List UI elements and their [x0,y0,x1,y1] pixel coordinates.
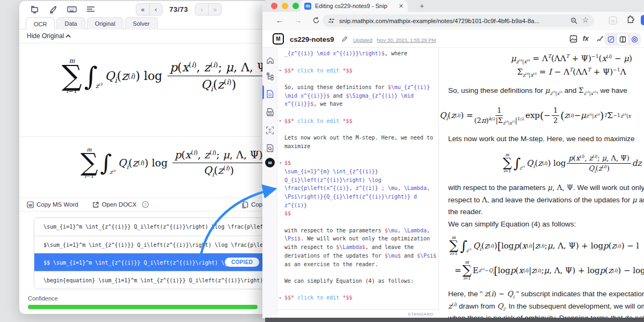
source-line[interactable] [277,150,438,159]
latex-format-row[interactable]: \sum_{i=1}^m \int_{z^{(i)}} Q_i\left(z^{… [34,218,272,236]
maximize-window-button[interactable] [292,3,299,9]
svg-text:?: ? [144,202,147,207]
source-code: maximize [284,143,310,149]
profile-avatar[interactable] [641,15,644,25]
source-code: x^{(i)}}$, we have [284,101,342,107]
source-line[interactable]: \sum_{i=1}^{m} \int_{z^{(i)}} [277,167,438,176]
fold-marker-icon[interactable]: ▸ [277,68,284,72]
lines-icon[interactable] [86,4,96,14]
sidebar-sigma-snip-icon[interactable]: Σ [265,126,275,135]
source-line[interactable]: _{z^{(i)} \mid x^{(i)}}\right)$, where [277,49,438,58]
latex-format-row[interactable]: \begin{equation} \sum_{i=1}^m \int_{z^{(… [34,271,272,289]
source-line[interactable]: maximize [277,142,438,151]
source-line[interactable]: ▸$$* click to edit *$$ [277,66,438,75]
source-line[interactable] [277,75,438,83]
insert-equation-icon[interactable]: fx [583,35,589,42]
sidebar-doc-search-icon[interactable] [265,143,275,153]
forward-button[interactable]: → [294,16,302,25]
source-code: Q_{i}\left(z^{(i)}\right) \log [284,177,382,183]
source-line[interactable]: ▾$$ [277,159,438,167]
browser-window: m Editing cs229-notes9 - Snip ✕ + ← → sn… [262,0,644,318]
url-text: snip.mathpix.com/mathpix-example/notes/4… [339,18,566,24]
keyboard-icon[interactable] [67,4,77,14]
markdown-source-pane[interactable]: _{z^{(i)} \mid x^{(i)}}\right)$, where▸$… [277,48,439,318]
source-code: with respect to the parameters $\mu, \La… [284,228,430,233]
tab-original[interactable]: Original [87,17,123,30]
minimize-window-button[interactable] [282,3,288,9]
user-avatar[interactable]: M [265,158,275,167]
browser-tab[interactable]: m Editing cs229-notes9 - Snip ✕ [300,0,408,12]
split-view-button[interactable] [617,33,628,45]
next-page-button[interactable]: › [195,4,208,15]
zoom-icon[interactable] [570,17,577,24]
preview-mode-button[interactable] [628,33,640,45]
sidebar-home-icon[interactable] [265,55,275,65]
source-line[interactable]: \mid x^{(i)}}$ and $\Sigma_{z^{(i)} \mid [277,91,438,100]
page-nav-back-group: « ‹ [136,3,163,16]
tab-solver[interactable]: Solver [125,17,158,30]
latex-format-list: \sum_{i=1}^m \int_{z^{(i)}} Q_i\left(z^{… [34,217,272,289]
source-line[interactable]: \frac{p\left(x^{(i)}, z^{(i)} ; \mu, \La… [277,184,438,193]
reload-button[interactable] [312,17,320,24]
source-line[interactable]: Lets now work out the M-step. Here, we n… [277,134,438,142]
tab-data[interactable]: Data [56,17,85,30]
copy-ms-word-button[interactable]: W Copy MS Word [27,201,78,208]
source-line[interactable]: with respect to the parameters $\mu, \La… [277,226,438,235]
insert-image-icon[interactable] [569,35,577,43]
prev-page-button[interactable]: ‹ [149,4,162,15]
screenshot-icon[interactable] [30,4,39,14]
sidebar-pdf-icon[interactable]: PDF [265,107,275,117]
last-page-button[interactable]: » [208,4,221,15]
tab-close-icon[interactable]: ✕ [399,3,404,10]
edit-mode-button[interactable] [605,33,617,45]
source-line[interactable] [277,108,438,117]
source-line[interactable]: Q_{i}\left(z^{(i)}\right) \log [277,175,438,184]
bookmark-star-icon[interactable]: ☆ [582,16,589,24]
source-line[interactable] [277,268,438,277]
url-bar[interactable]: snip.mathpix.com/mathpix-example/notes/4… [323,14,594,27]
back-button[interactable]: ← [276,16,283,25]
source-line[interactable]: ▸$$* click to edit *$$ [277,294,438,302]
source-line[interactable] [277,285,438,294]
source-line[interactable]: as an exercise to the reader. [277,260,438,268]
source-line[interactable]: We can simplify Equation (4) as follows: [277,277,438,286]
source-line[interactable] [277,58,438,67]
close-window-button[interactable] [271,3,277,9]
source-line[interactable] [277,218,438,226]
pen-icon[interactable] [48,4,58,14]
sidebar-document-icon[interactable] [265,89,275,99]
extensions-icon[interactable] [626,16,635,24]
source-line[interactable]: derivations of the updates for $\mu$ and… [277,252,438,260]
help-button[interactable]: ? [142,201,149,208]
sidebar-pages-tree-icon[interactable] [265,71,275,81]
source-line[interactable] [277,125,438,134]
help-icon: ? [142,201,149,208]
page-indicator: 73/73 [163,5,195,13]
source-line[interactable]: So, using these definitions for $\mu_{z^… [277,83,438,92]
open-docx-button[interactable]: Open DOCX [92,201,137,208]
mathpix-extension-icon[interactable]: m [608,16,618,25]
source-line[interactable]: \Psi$. We will work out only the optimiz… [277,235,438,243]
latex-format-row[interactable]: $$ \sum_{i=1}^m \int_{z^{(i)}} Q_i\left(… [34,253,272,271]
site-settings-icon[interactable] [328,17,335,24]
source-line[interactable]: \Psi\right)}{Q_{i}\left(z^{(i)}\right)} … [277,193,438,201]
fold-marker-icon[interactable]: ▸ [277,296,284,300]
fold-marker-icon[interactable]: ▾ [277,161,284,165]
source-line[interactable]: ▸$$* click to edit *$$ [277,117,438,126]
source-code: \Psi$. We will work out only the optimiz… [284,236,430,241]
latex-format-row[interactable]: $\sum_{i=1}^m \int_{z^{(i)}} Q_i\left(z^… [34,236,272,253]
hide-original-toggle[interactable]: Hide Original [27,32,71,40]
source-line[interactable]: x^{(i)}}$, we have [277,100,438,108]
copy-ms-word-label: Copy MS Word [36,201,78,208]
first-page-button[interactable]: « [136,4,149,15]
rename-icon[interactable] [341,35,348,42]
tab-ocr[interactable]: OCR [26,17,55,30]
draw-icon[interactable] [596,35,604,43]
source-line[interactable]: with respect to $\Lambda$, and leave the [277,243,438,252]
new-tab-button[interactable]: + [417,1,427,11]
source-line[interactable]: $$ [277,209,438,218]
rendered-preview-pane[interactable]: μz(i)|x(i) = ΛT(ΛΛT + Ψ)−1(x(i) − μ)Σz(i… [440,48,644,318]
fold-marker-icon[interactable]: ▸ [277,119,284,123]
standard-mode-label: STANDARD [408,312,434,317]
source-line[interactable]: z^{(i)} [277,201,438,209]
